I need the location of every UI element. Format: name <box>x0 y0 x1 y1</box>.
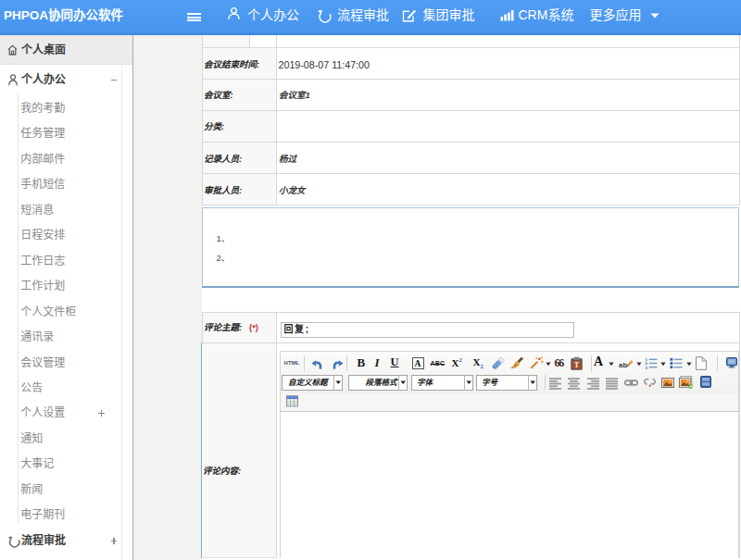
svg-text:3: 3 <box>645 365 647 369</box>
svg-text:ab: ab <box>619 361 627 369</box>
svg-text:T: T <box>573 361 578 369</box>
